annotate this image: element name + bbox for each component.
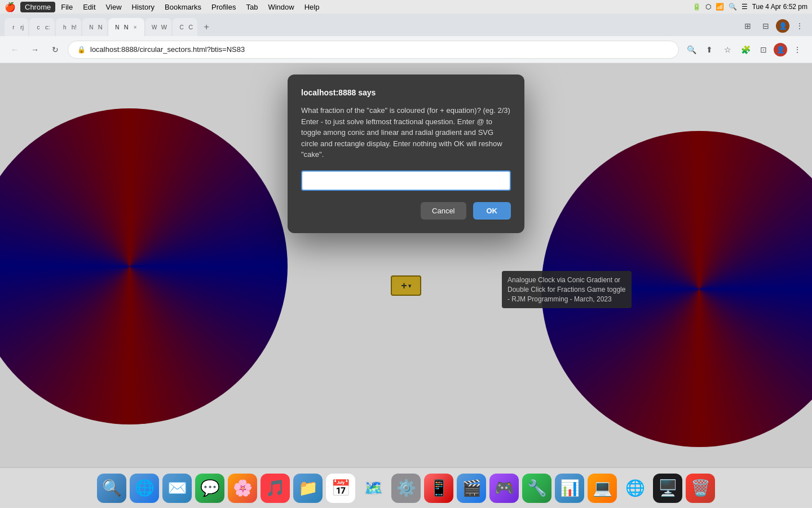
profile-icon[interactable]: 👤 — [776, 19, 789, 33]
menubar-edit[interactable]: Edit — [78, 2, 100, 12]
toolbar-right: 🔍 ⬆ ☆ 🧩 ⊡ 👤 ⋮ — [683, 42, 805, 58]
dock-app1[interactable]: 📱 — [424, 474, 453, 503]
tab-favicon-c: c — [34, 23, 43, 32]
dock-messages[interactable]: 💬 — [195, 474, 224, 503]
tab-favicon-c2: C — [177, 23, 186, 32]
tab-favicon-rj: r — [9, 23, 18, 32]
dialog-title: localhost:8888 says — [301, 88, 511, 97]
dock-app2[interactable]: 🎬 — [457, 474, 486, 503]
lock-icon: 🔒 — [77, 46, 86, 54]
dock-music[interactable]: 🎵 — [261, 474, 290, 503]
tab-n1[interactable]: N N — [82, 18, 107, 36]
menubar-window[interactable]: Window — [263, 2, 298, 12]
tab-rj[interactable]: r rj — [5, 18, 28, 36]
dock-app7[interactable]: 🖥️ — [653, 474, 682, 503]
tab-favicon-n1: N — [87, 23, 96, 32]
zoom-icon[interactable]: 🔍 — [683, 42, 699, 58]
apple-menu[interactable]: 🍎 — [5, 2, 16, 12]
dock-chrome[interactable]: 🌐 — [620, 474, 650, 503]
dock-app6[interactable]: 💻 — [588, 474, 617, 503]
dock-app4[interactable]: 🔧 — [522, 474, 551, 503]
tab-c[interactable]: c c: — [29, 18, 55, 36]
menubar-chrome[interactable]: Chrome — [20, 2, 55, 12]
more-icon[interactable]: ⋮ — [789, 42, 805, 58]
search-icon[interactable]: 🔍 — [729, 3, 737, 11]
dialog-box: localhost:8888 says What fraction of the… — [288, 75, 524, 233]
dock-safari[interactable]: 🌐 — [130, 474, 159, 503]
menubar: 🍎 Chrome File Edit View History Bookmark… — [0, 0, 812, 14]
datetime: Tue 4 Apr 6:52 pm — [752, 3, 807, 11]
extensions-icon[interactable]: ⊞ — [740, 18, 756, 34]
new-tab-button[interactable]: + — [198, 19, 214, 35]
menubar-profiles[interactable]: Profiles — [207, 2, 240, 12]
cancel-button[interactable]: Cancel — [421, 202, 466, 220]
tab-active[interactable]: N N × — [108, 18, 144, 36]
menubar-view[interactable]: View — [102, 2, 126, 12]
dialog-message: What fraction of the "cake" is coloured … — [301, 105, 511, 160]
menubar-history[interactable]: History — [127, 2, 159, 12]
dock: 🔍 🌐 ✉️ 💬 🌸 🎵 📁 📅 🗺️ ⚙️ 📱 🎬 🎮 🔧 📊 💻 🌐 🖥️ … — [0, 467, 812, 508]
tab-close-active[interactable]: × — [131, 23, 140, 32]
dock-photos[interactable]: 🌸 — [228, 474, 257, 503]
tab-w[interactable]: W W — [145, 18, 171, 36]
menubar-help[interactable]: Help — [300, 2, 324, 12]
puzzle-icon[interactable]: 🧩 — [738, 42, 753, 58]
browser-window: r rj c c: h h! N N N N × W W C C + ⊞ — [0, 14, 812, 508]
dialog-input[interactable] — [301, 170, 511, 191]
dock-app3[interactable]: 🎮 — [489, 474, 519, 503]
dock-maps[interactable]: 🗺️ — [359, 474, 388, 503]
address-bar: ← → ↻ 🔒 localhost:8888/circular_sectors.… — [0, 36, 812, 63]
dock-files[interactable]: 📁 — [293, 474, 323, 503]
bookmark-icon[interactable]: ☆ — [720, 42, 735, 58]
wifi-icon: 📶 — [716, 3, 724, 11]
tab-c2[interactable]: C C — [173, 18, 197, 36]
menubar-bookmarks[interactable]: Bookmarks — [160, 2, 206, 12]
dock-finder[interactable]: 🔍 — [97, 474, 126, 503]
dialog-buttons: Cancel OK — [301, 202, 511, 220]
menubar-tab[interactable]: Tab — [241, 2, 262, 12]
address-input[interactable]: 🔒 localhost:8888/circular_sectors.html?b… — [68, 41, 679, 59]
forward-button[interactable]: → — [27, 42, 43, 58]
page-content: + ▾ Analogue Clock via Conic Gradient or… — [0, 63, 812, 508]
dock-mail[interactable]: ✉️ — [162, 474, 192, 503]
menubar-right: 🔋 ⬡ 📶 🔍 ☰ Tue 4 Apr 6:52 pm — [692, 3, 807, 11]
reload-button[interactable]: ↻ — [47, 42, 63, 58]
bluetooth-icon: ⬡ — [705, 3, 711, 11]
account-icon[interactable]: 👤 — [774, 43, 787, 56]
dock-app5[interactable]: 📊 — [555, 474, 584, 503]
tab-favicon-h: h — [60, 23, 69, 32]
ok-button[interactable]: OK — [473, 202, 511, 220]
dock-settings[interactable]: ⚙️ — [391, 474, 421, 503]
dock-app8[interactable]: 🗑️ — [686, 474, 715, 503]
tab-favicon-w: W — [150, 23, 159, 32]
tab-h[interactable]: h h! — [56, 18, 81, 36]
battery-icon: 🔋 — [692, 3, 701, 11]
tab-favicon-active: N — [113, 23, 122, 32]
sidebar-icon[interactable]: ⊟ — [758, 18, 774, 34]
url-text: localhost:8888/circular_sectors.html?bti… — [90, 45, 245, 54]
back-button[interactable]: ← — [7, 42, 23, 58]
share-icon[interactable]: ⬆ — [701, 42, 717, 58]
layout-icon[interactable]: ⊡ — [756, 42, 771, 58]
dock-calendar[interactable]: 📅 — [326, 474, 355, 503]
tab-bar: r rj c c: h h! N N N N × W W C C + ⊞ — [0, 14, 812, 36]
notification-icon[interactable]: ☰ — [742, 3, 748, 11]
menu-icon[interactable]: ⋮ — [792, 18, 807, 34]
menubar-file[interactable]: File — [56, 2, 77, 12]
dialog-overlay: localhost:8888 says What fraction of the… — [0, 63, 812, 508]
